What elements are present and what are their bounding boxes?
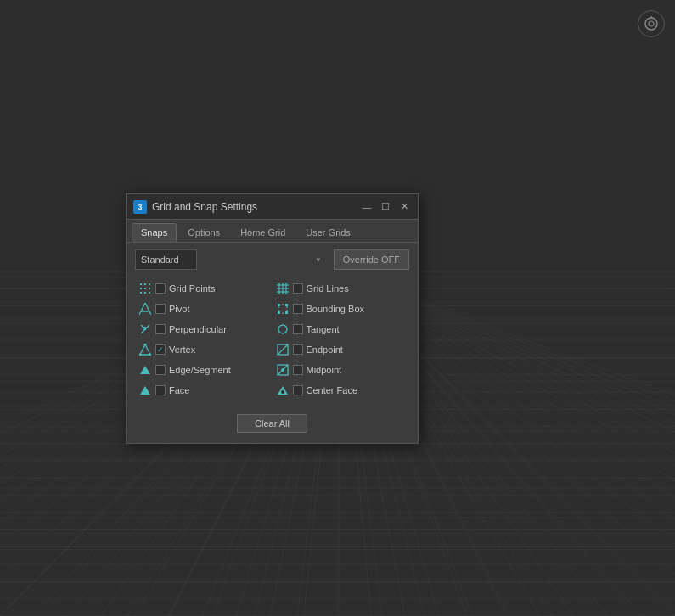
face-icon [138, 384, 152, 397]
grid-lines-label: Grid Lines [307, 283, 349, 294]
edge-segment-icon [138, 363, 152, 377]
endpoint-icon [276, 343, 290, 356]
grid-lines-checkbox[interactable] [293, 283, 303, 294]
svg-marker-40 [140, 386, 150, 395]
svg-line-18 [139, 303, 145, 315]
svg-rect-11 [149, 292, 150, 294]
snap-item-endpoint[interactable]: Endpoint [273, 339, 410, 360]
center-face-checkbox[interactable] [293, 385, 303, 395]
endpoint-checkbox[interactable] [293, 344, 303, 355]
dialog-content: Standard Custom Override OFF [127, 243, 418, 443]
pivot-checkbox[interactable] [155, 304, 166, 314]
svg-point-39 [281, 368, 284, 372]
svg-rect-9 [140, 292, 142, 294]
edge-segment-checkbox[interactable] [155, 365, 166, 375]
grid-snap-dialog: 3 Grid and Snap Settings — ☐ ✕ Snaps Opt… [126, 193, 419, 444]
svg-rect-22 [278, 304, 280, 306]
preset-select-wrapper: Standard Custom [135, 249, 327, 270]
tab-options[interactable]: Options [178, 223, 229, 242]
perpendicular-label: Perpendicular [169, 324, 227, 334]
midpoint-label: Midpoint [307, 365, 342, 375]
snap-item-pivot[interactable]: Pivot [135, 299, 273, 319]
midpoint-checkbox[interactable] [293, 365, 303, 375]
svg-rect-23 [285, 304, 288, 306]
svg-point-29 [278, 325, 287, 333]
vertex-checkbox[interactable] [155, 344, 166, 355]
grid-points-label: Grid Points [169, 283, 215, 294]
bounding-box-checkbox[interactable] [293, 304, 303, 314]
svg-rect-24 [278, 311, 280, 314]
svg-rect-8 [149, 288, 150, 289]
dialog-app-icon: 3 [133, 200, 147, 214]
midpoint-icon [276, 363, 290, 377]
snap-item-face[interactable]: Face [135, 380, 273, 400]
perpendicular-checkbox[interactable] [155, 324, 166, 334]
svg-marker-36 [140, 366, 150, 374]
bounding-box-label: Bounding Box [307, 304, 365, 314]
endpoint-label: Endpoint [307, 344, 343, 355]
edge-segment-label: Edge/Segment [169, 365, 231, 375]
tangent-checkbox[interactable] [293, 324, 303, 334]
viewport-camera-icon[interactable] [638, 10, 665, 37]
dialog-titlebar: 3 Grid and Snap Settings — ☐ ✕ [127, 194, 418, 220]
svg-rect-4 [144, 283, 146, 285]
svg-rect-5 [149, 283, 150, 285]
minimize-button[interactable]: — [360, 200, 374, 214]
svg-line-19 [145, 303, 151, 315]
tangent-icon [276, 322, 290, 336]
snap-item-tangent[interactable]: Tangent [273, 319, 410, 339]
perpendicular-icon [138, 322, 152, 336]
svg-rect-6 [140, 288, 142, 289]
svg-rect-25 [285, 311, 288, 314]
restore-button[interactable]: ☐ [379, 200, 392, 214]
svg-rect-3 [140, 283, 142, 285]
grid-points-checkbox[interactable] [155, 283, 166, 294]
grid-lines-icon [276, 282, 290, 295]
face-checkbox[interactable] [155, 385, 166, 395]
preset-row: Standard Custom Override OFF [135, 249, 409, 270]
preset-select[interactable]: Standard Custom [135, 249, 197, 270]
snap-items-grid: Grid Points Grid Lines [135, 278, 409, 400]
svg-rect-7 [144, 288, 146, 289]
pivot-label: Pivot [169, 304, 189, 314]
bounding-box-icon [276, 302, 290, 316]
svg-line-35 [278, 344, 288, 355]
svg-point-42 [281, 390, 284, 394]
svg-point-1 [649, 21, 654, 26]
center-face-label: Center Face [307, 385, 358, 395]
snap-item-grid-points[interactable]: Grid Points [135, 278, 273, 299]
svg-point-0 [645, 18, 657, 30]
close-button[interactable]: ✕ [397, 200, 411, 214]
snap-item-perpendicular[interactable]: Perpendicular [135, 319, 273, 339]
override-button[interactable]: Override OFF [334, 249, 409, 270]
tab-bar: Snaps Options Home Grid User Grids [127, 220, 418, 243]
snap-item-vertex[interactable]: Vertex [135, 339, 273, 360]
grid-points-icon [138, 282, 152, 295]
face-label: Face [169, 385, 189, 395]
snap-item-bounding-box[interactable]: Bounding Box [273, 299, 410, 319]
dialog-title: Grid and Snap Settings [152, 201, 355, 213]
center-face-icon [276, 384, 290, 397]
tab-user-grids[interactable]: User Grids [296, 223, 360, 242]
vertex-label: Vertex [169, 344, 195, 355]
snap-item-center-face[interactable]: Center Face [273, 380, 410, 400]
svg-rect-10 [144, 292, 146, 294]
snap-item-midpoint[interactable]: Midpoint [273, 360, 410, 380]
snap-item-edge-segment[interactable]: Edge/Segment [135, 360, 273, 380]
vertex-icon [138, 343, 152, 356]
clear-all-row: Clear All [135, 409, 409, 436]
tab-snaps[interactable]: Snaps [132, 223, 177, 242]
tangent-label: Tangent [307, 324, 340, 334]
clear-all-button[interactable]: Clear All [237, 414, 307, 433]
tab-home-grid[interactable]: Home Grid [231, 223, 295, 242]
snap-item-grid-lines[interactable]: Grid Lines [273, 278, 410, 299]
pivot-icon [138, 302, 152, 316]
svg-marker-30 [140, 344, 150, 355]
